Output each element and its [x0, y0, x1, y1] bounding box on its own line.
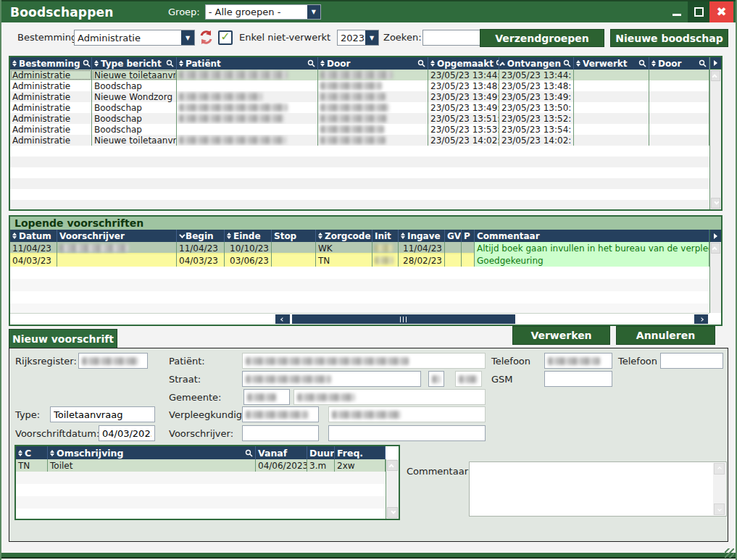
gemeente-input[interactable] — [293, 389, 486, 405]
table-row[interactable]: Administratie Boodschap 23/05/23 13:51: … — [10, 113, 709, 124]
search-icon[interactable] — [638, 59, 646, 67]
chevron-down-icon[interactable]: ▼ — [181, 30, 194, 45]
col-header-patient[interactable]: Patiënt — [177, 57, 318, 70]
scroll-down-button[interactable] — [387, 507, 398, 518]
row-arrow-icon — [709, 230, 721, 242]
voorschrijver-code-input[interactable] — [242, 425, 319, 441]
search-icon[interactable] — [166, 59, 174, 67]
col-header-c[interactable]: C — [16, 446, 48, 459]
table-row[interactable]: TN Toilet 04/06/2023 3.m 2xw — [16, 459, 386, 472]
textarea-scrollbar[interactable] — [713, 463, 725, 515]
chevron-down-icon[interactable]: ▼ — [365, 30, 378, 45]
scroll-up-button[interactable] — [387, 460, 398, 471]
vertical-scrollbar[interactable] — [709, 57, 721, 209]
search-icon[interactable] — [417, 59, 425, 67]
scrollbar-thumb[interactable] — [292, 314, 515, 324]
huisnummer-input[interactable] — [428, 371, 444, 387]
group-label: Groep: — [168, 7, 200, 17]
col-header-datum[interactable]: Datum — [10, 230, 57, 242]
col-header-omschrijving[interactable]: Omschrijving — [48, 446, 256, 459]
vertical-scrollbar[interactable] — [386, 459, 399, 519]
year-select[interactable]: 2023 ▼ — [337, 30, 379, 46]
scroll-down-button[interactable] — [711, 198, 720, 209]
search-icon[interactable] — [563, 59, 571, 67]
search-icon[interactable] — [307, 59, 315, 67]
close-button[interactable]: ✖ — [709, 1, 733, 22]
voorschriftdatum-input[interactable] — [99, 425, 155, 441]
commentaar-textarea[interactable] — [469, 461, 727, 517]
scroll-right-button[interactable] — [694, 314, 708, 324]
maximize-button[interactable] — [688, 1, 709, 22]
col-header-door[interactable]: Door — [318, 57, 428, 70]
table-row[interactable]: 04/03/23 04/03/23 03/06/23 TN 28/02/23 G… — [10, 254, 709, 267]
zoeken-input-field[interactable] — [426, 33, 484, 43]
postcode-input[interactable] — [243, 389, 290, 405]
type-input[interactable] — [50, 406, 155, 422]
col-header-begin[interactable]: Begin — [177, 230, 225, 242]
col-header-ingave[interactable]: Ingave — [399, 230, 445, 242]
voorschrijver-naam-input[interactable] — [328, 425, 486, 441]
table-row[interactable]: Administratie Boodschap 23/05/23 13:48: … — [10, 80, 709, 91]
table-row[interactable]: Administratie Nieuwe toiletaanvraag 23/0… — [10, 70, 709, 80]
minimize-button[interactable] — [666, 1, 688, 22]
scroll-up-button[interactable] — [711, 243, 720, 254]
col-header-zorgcode[interactable]: Zorgcode — [316, 230, 372, 242]
search-icon[interactable] — [245, 449, 253, 457]
col-header-stop[interactable]: Stop — [272, 230, 316, 242]
patient-input[interactable] — [242, 353, 486, 369]
zoeken-input[interactable] — [422, 30, 488, 46]
telefoon-input[interactable] — [544, 353, 612, 369]
verpleegkundige-label: Verpleegkundige: — [169, 409, 251, 420]
scroll-left-button[interactable] — [275, 314, 290, 324]
redacted-text — [179, 93, 262, 101]
items-table-body: TN Toilet 04/06/2023 3.m 2xw — [16, 459, 386, 519]
col-header-p[interactable]: P — [462, 230, 475, 242]
telefoon2-input[interactable] — [660, 353, 723, 369]
horizontal-scrollbar[interactable] — [10, 313, 709, 325]
scroll-down-button[interactable] — [714, 503, 725, 515]
verzendgroepen-button[interactable]: Verzendgroepen — [480, 29, 604, 47]
resize-grip[interactable] — [725, 548, 734, 558]
verpleegkundige-code-input[interactable] — [242, 406, 319, 422]
chevron-down-icon[interactable]: ▼ — [307, 5, 320, 19]
col-header-einde[interactable]: Einde — [225, 230, 272, 242]
scroll-up-button[interactable] — [711, 70, 720, 81]
col-header-duur[interactable]: Duur — [307, 446, 335, 459]
scroll-up-button[interactable] — [714, 463, 725, 475]
redacted-text — [179, 136, 286, 144]
col-header-bestemming[interactable]: Bestemming — [10, 57, 92, 70]
verwerken-button[interactable]: Verwerken — [512, 326, 610, 345]
col-header-opgemaakt[interactable]: Opgemaakt — [428, 57, 499, 70]
nieuwe-boodschap-button[interactable]: Nieuwe boodschap — [610, 29, 728, 47]
annuleren-button[interactable]: Annuleren — [616, 326, 715, 345]
niet-verwerkt-checkbox[interactable]: ✓ — [218, 30, 233, 45]
table-row[interactable]: Administratie Nieuwe Wondzorg 23/05/23 1… — [10, 91, 709, 102]
col-header-gv[interactable]: GV — [445, 230, 462, 242]
redacted-text — [297, 393, 355, 401]
col-header-freq[interactable]: Freq. — [335, 446, 386, 459]
verpleegkundige-naam-input[interactable] — [328, 406, 486, 422]
search-icon[interactable] — [699, 59, 707, 67]
rijksregister-input[interactable] — [78, 353, 148, 369]
vertical-scrollbar[interactable] — [709, 242, 721, 313]
col-header-vanaf[interactable]: Vanaf — [256, 446, 307, 459]
col-header-type-bericht[interactable]: Type bericht — [92, 57, 177, 70]
col-header-ontvangen[interactable]: Ontvangen — [499, 57, 574, 70]
col-header-door-2[interactable]: Door — [649, 57, 709, 70]
search-icon[interactable] — [83, 59, 91, 67]
table-row[interactable]: Administratie Boodschap 23/05/23 13:53: … — [10, 124, 709, 135]
col-header-voorschrijver[interactable]: Voorschrijver — [57, 230, 177, 242]
table-row[interactable]: Administratie Nieuwe toiletaanvraag 23/0… — [10, 135, 709, 146]
straat-input[interactable] — [242, 371, 421, 387]
tab-nieuw-voorschrift[interactable]: Nieuw voorschrift — [9, 329, 117, 348]
col-header-verwerkt[interactable]: Verwerkt — [574, 57, 649, 70]
bus-input[interactable] — [455, 371, 482, 387]
group-select[interactable]: - Alle groepen - ▼ — [205, 4, 321, 20]
bestemming-select[interactable]: Administratie ▼ — [74, 30, 195, 46]
gsm-input[interactable] — [544, 371, 612, 387]
table-row[interactable]: 11/04/23 11/04/23 10/10/23 WK 11/04/23 A… — [10, 242, 709, 254]
col-header-commentaar[interactable]: Commentaar — [475, 230, 709, 242]
table-row[interactable]: Administratie Boodschap 23/05/23 13:49: … — [10, 102, 709, 113]
col-header-init[interactable]: Init — [372, 230, 399, 242]
refresh-icon[interactable] — [199, 30, 214, 45]
